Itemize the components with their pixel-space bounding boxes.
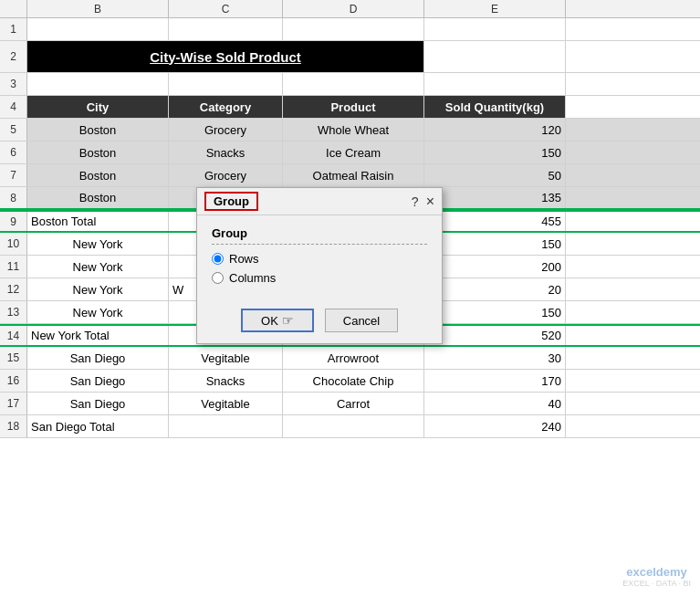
ok-label: OK: [261, 314, 278, 328]
ok-button[interactable]: OK ☞: [241, 309, 314, 332]
cancel-label: Cancel: [343, 314, 380, 328]
label-rows: Rows: [229, 252, 259, 266]
modal-group-section-label: Group: [212, 226, 427, 245]
label-columns: Columns: [229, 271, 276, 285]
radio-columns[interactable]: [212, 272, 224, 284]
cursor-icon: ☞: [282, 313, 294, 328]
modal-title: Group: [204, 192, 258, 211]
modal-controls: ? ×: [412, 194, 434, 210]
modal-close-button[interactable]: ×: [426, 194, 434, 210]
modal-option-columns[interactable]: Columns: [212, 271, 427, 285]
spreadsheet: B C D E 1 2 City-Wise Sold Product 3: [0, 0, 700, 597]
modal-overlay: Group ? × Group Rows Columns: [0, 0, 700, 597]
radio-rows[interactable]: [212, 253, 224, 265]
modal-option-rows[interactable]: Rows: [212, 252, 427, 266]
modal-titlebar: Group ? ×: [197, 188, 442, 215]
modal-buttons: OK ☞ Cancel: [197, 301, 442, 343]
cancel-button[interactable]: Cancel: [325, 309, 398, 332]
modal-body: Group Rows Columns: [197, 215, 442, 301]
modal-question-mark[interactable]: ?: [412, 194, 419, 209]
group-dialog: Group ? × Group Rows Columns: [196, 187, 443, 344]
